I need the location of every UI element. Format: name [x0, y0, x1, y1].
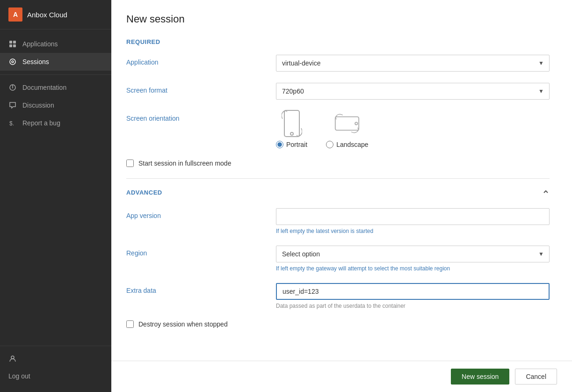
svg-point-12 — [290, 132, 293, 135]
orientation-options: Portrait — [276, 111, 550, 148]
application-select-wrapper: virtual-device ▼ — [276, 55, 550, 72]
portrait-label: Portrait — [286, 141, 307, 148]
logout-button[interactable]: Log out — [0, 368, 111, 385]
app-version-row: App version If left empty the latest ver… — [126, 208, 550, 234]
grid-icon — [8, 40, 17, 48]
discussion-icon — [8, 101, 17, 109]
extra-data-row: Extra data Data passed as part of the us… — [126, 283, 550, 309]
application-row: Application virtual-device ▼ — [126, 55, 550, 72]
app-version-label: App version — [126, 208, 276, 219]
destroy-session-checkbox[interactable] — [126, 320, 134, 328]
sidebar-logo: A Anbox Cloud — [0, 0, 111, 29]
sidebar-nav: Applications Sessions Documentation Disc… — [0, 29, 111, 336]
extra-data-input[interactable] — [276, 283, 550, 300]
logo-name: Anbox Cloud — [27, 11, 67, 19]
application-control: virtual-device ▼ — [276, 55, 550, 72]
landscape-label: Landscape — [336, 141, 369, 148]
portrait-radio-row[interactable]: Portrait — [276, 141, 307, 148]
svg-point-10 — [11, 356, 14, 359]
sidebar-item-sessions-label: Sessions — [22, 58, 49, 65]
svg-rect-0 — [9, 41, 12, 44]
content-area: New session Required Application virtual… — [111, 0, 572, 392]
main-content: New session Required Application virtual… — [111, 0, 572, 392]
screen-format-select-wrapper: 720p60 1080p60 480p30 ▼ — [276, 83, 550, 100]
fullscreen-checkbox[interactable] — [126, 160, 134, 167]
advanced-toggle-button[interactable] — [542, 188, 550, 197]
sidebar-item-sessions[interactable]: Sessions — [0, 53, 111, 71]
svg-rect-2 — [9, 44, 12, 47]
sidebar-item-discussion[interactable]: Discussion — [0, 96, 111, 114]
screen-format-label: Screen format — [126, 83, 276, 94]
portrait-option[interactable]: Portrait — [276, 111, 307, 148]
landscape-radio-row[interactable]: Landscape — [326, 141, 369, 148]
sidebar-item-report-bug-label: Report a bug — [22, 119, 60, 127]
sidebar-item-documentation[interactable]: Documentation — [0, 79, 111, 96]
svg-point-4 — [10, 59, 15, 65]
landscape-radio[interactable] — [326, 141, 333, 148]
sidebar-item-applications-label: Applications — [22, 40, 58, 48]
account-icon — [8, 355, 17, 363]
svg-rect-1 — [13, 41, 16, 44]
bug-icon: $. — [8, 119, 17, 127]
application-select[interactable]: virtual-device — [276, 55, 550, 72]
svg-point-14 — [355, 122, 357, 124]
region-row: Region Select option ▼ If left empty the… — [126, 246, 550, 272]
fullscreen-row: Start session in fullscreen mode — [126, 160, 550, 167]
sidebar-item-applications[interactable]: Applications — [0, 35, 111, 53]
section-divider — [126, 178, 550, 179]
region-label: Region — [126, 246, 276, 257]
advanced-header: Advanced — [126, 188, 550, 197]
application-label: Application — [126, 55, 276, 66]
logout-label: Log out — [8, 372, 30, 380]
screen-format-control: 720p60 1080p60 480p30 ▼ — [276, 83, 550, 100]
extra-data-hint: Data passed as part of the userdata to t… — [276, 303, 550, 309]
screen-format-select[interactable]: 720p60 1080p60 480p30 — [276, 83, 550, 100]
portrait-icon — [279, 111, 304, 136]
screen-orientation-label: Screen orientation — [126, 111, 276, 122]
app-version-input[interactable] — [276, 208, 550, 225]
svg-rect-3 — [13, 44, 16, 47]
region-select[interactable]: Select option — [276, 246, 550, 262]
landscape-icon — [334, 111, 360, 136]
region-select-wrapper: Select option ▼ — [276, 246, 550, 262]
svg-point-8 — [13, 86, 13, 86]
screen-orientation-control: Portrait — [276, 111, 550, 148]
sessions-icon — [8, 58, 17, 66]
screen-format-row: Screen format 720p60 1080p60 480p30 ▼ — [126, 83, 550, 100]
logo-icon: A — [8, 7, 22, 22]
new-session-button[interactable]: New session — [451, 369, 509, 385]
app-version-hint: If left empty the latest version is star… — [276, 228, 550, 234]
action-bar: New session Cancel — [111, 361, 572, 392]
region-hint: If left empty the gateway will attempt t… — [276, 265, 550, 272]
advanced-section-heading: Advanced — [126, 189, 162, 196]
region-control: Select option ▼ If left empty the gatewa… — [276, 246, 550, 272]
svg-text:$.: $. — [9, 120, 14, 127]
extra-data-label: Extra data — [126, 283, 276, 294]
sidebar-item-documentation-label: Documentation — [22, 84, 66, 91]
extra-data-control: Data passed as part of the userdata to t… — [276, 283, 550, 309]
portrait-radio[interactable] — [276, 141, 283, 148]
screen-orientation-row: Screen orientation — [126, 111, 550, 148]
sidebar: A Anbox Cloud Applications Sessions Docu… — [0, 0, 111, 392]
sidebar-item-discussion-label: Discussion — [22, 102, 54, 109]
required-section-heading: Required — [126, 38, 550, 45]
cancel-button[interactable]: Cancel — [515, 369, 557, 385]
destroy-session-row: Destroy session when stopped — [126, 320, 550, 328]
documentation-icon — [8, 83, 17, 92]
sidebar-item-report-bug[interactable]: $. Report a bug — [0, 114, 111, 132]
destroy-session-label: Destroy session when stopped — [138, 320, 228, 328]
sidebar-bottom: Log out — [0, 336, 111, 392]
sidebar-item-account[interactable] — [0, 350, 111, 368]
landscape-option[interactable]: Landscape — [326, 111, 369, 148]
fullscreen-label: Start session in fullscreen mode — [138, 160, 231, 167]
page-title: New session — [126, 13, 550, 25]
app-version-control: If left empty the latest version is star… — [276, 208, 550, 234]
svg-point-5 — [12, 61, 14, 63]
